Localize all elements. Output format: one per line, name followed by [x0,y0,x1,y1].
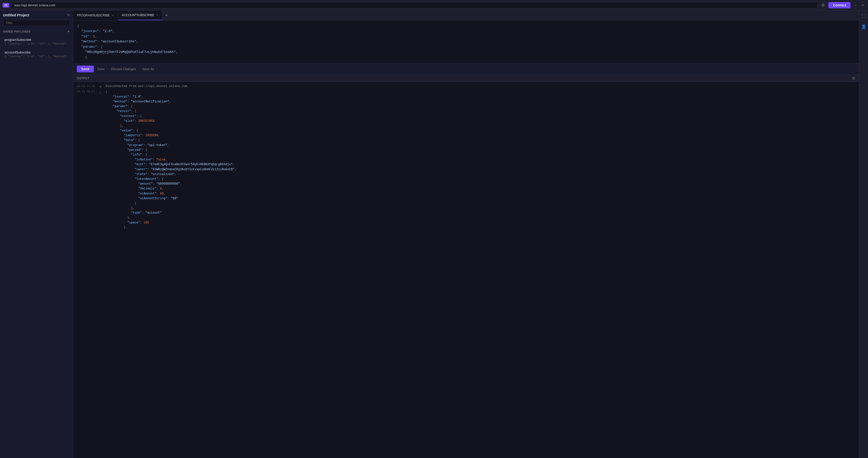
project-title: Untitled Project [3,13,29,17]
tab-label: ACCOUNTSUBSCRIBE [122,13,154,17]
avatar-icon-button[interactable]: 👤 [860,23,867,30]
output-header: OUTPUT 🗑 [73,75,859,82]
editor-line: "id": 1, [77,34,855,39]
list-item[interactable]: programSubscribe { "jsonrpc": "2.0", "id… [1,36,71,47]
filter-input[interactable] [3,20,70,26]
output-json-block: { "jsonrpc": "2.0", "method": "accountNo… [105,90,856,230]
list-item[interactable]: accountSubscribe { "jsonrpc": "2.0", "id… [1,48,71,60]
editor-line: { [77,55,855,60]
output-content: 16:24 37.46 ⊙ Disconnected from wss://ap… [73,82,859,458]
saved-payloads-header: SAVED PAYLOADS + [0,28,73,35]
save-button[interactable]: Save [95,66,107,72]
main-content: PROGRAMSUBSCRIBE × ACCOUNTSUBSCRIBE × + … [73,10,859,458]
payload-preview: { "jsonrpc": "2.0", "id": 1, "method": "… [4,55,68,58]
add-tab-button[interactable]: + [162,13,170,18]
output-message: Disconnected from wss://api.devnet.solan… [105,85,187,88]
save-as-button[interactable]: Save As [140,66,157,72]
minimize-button[interactable]: − [852,2,858,8]
tabs-bar: PROGRAMSUBSCRIBE × ACCOUNTSUBSCRIBE × + [73,10,859,21]
main-layout: Untitled Project ✎ SAVED PAYLOADS + prog… [0,10,868,458]
info-icon: ⊙ [99,85,103,89]
output-row: 16:24 37.46 ⊙ Disconnected from wss://ap… [73,84,859,89]
connect-button[interactable]: Connect [828,2,850,8]
expand-icon-button[interactable]: ⛶ [861,13,867,20]
send-button[interactable]: Send [77,66,94,72]
clear-output-button[interactable]: 🗑 [852,76,856,80]
sidebar-header: Untitled Project ✎ [0,10,73,18]
discard-changes-button[interactable]: Discard Changes [108,66,138,72]
saved-payloads-label: SAVED PAYLOADS [3,30,31,33]
close-button[interactable]: × [860,2,866,8]
tab-close-programsubscribe[interactable]: × [111,13,114,17]
tab-label: PROGRAMSUBSCRIBE [77,13,110,17]
output-row: 16:23 48.61 ↓ { "jsonrpc": "2.0", "metho… [73,89,859,230]
url-input[interactable] [11,2,818,8]
down-arrow-icon: ↓ [99,90,103,94]
editor-area[interactable]: { "jsonrpc": "2.0", "id": 1, "method": "… [73,21,859,63]
payload-name: accountSubscribe [4,51,68,54]
tab-accountsubscribe[interactable]: ACCOUNTSUBSCRIBE × [118,10,163,20]
top-bar: #1 ⚙ Connect − × [0,0,868,10]
tab-number-badge: #1 [2,3,9,7]
editor-line: "HDv1RgdHjrjSdnTFJsMqQGPcKTiuF7zLjhNaSd7… [77,50,855,55]
output-label: OUTPUT [77,77,90,80]
edit-project-icon[interactable]: ✎ [67,13,70,17]
add-payload-button[interactable]: + [67,29,70,34]
tab-close-accountsubscribe[interactable]: × [156,13,159,17]
payload-name: programSubscribe [4,38,68,42]
tab-programsubscribe[interactable]: PROGRAMSUBSCRIBE × [73,10,118,20]
right-sidebar: ⛶ 👤 [859,10,868,458]
sidebar: Untitled Project ✎ SAVED PAYLOADS + prog… [0,10,73,458]
settings-icon-button[interactable]: ⚙ [820,2,826,8]
editor-line: "jsonrpc": "2.0", [77,29,855,34]
editor-line: "method": "accountSubscribe", [77,39,855,44]
action-bar: Send Save Discard Changes Save As [73,63,859,75]
output-timestamp: 16:24 37.46 [77,85,97,88]
output-timestamp: 16:23 48.61 [77,90,97,93]
payload-preview: { "jsonrpc": "2.0", "id": 1, "method": "… [4,42,68,45]
editor-line: { [77,24,855,29]
editor-line: "params": [ [77,44,855,50]
